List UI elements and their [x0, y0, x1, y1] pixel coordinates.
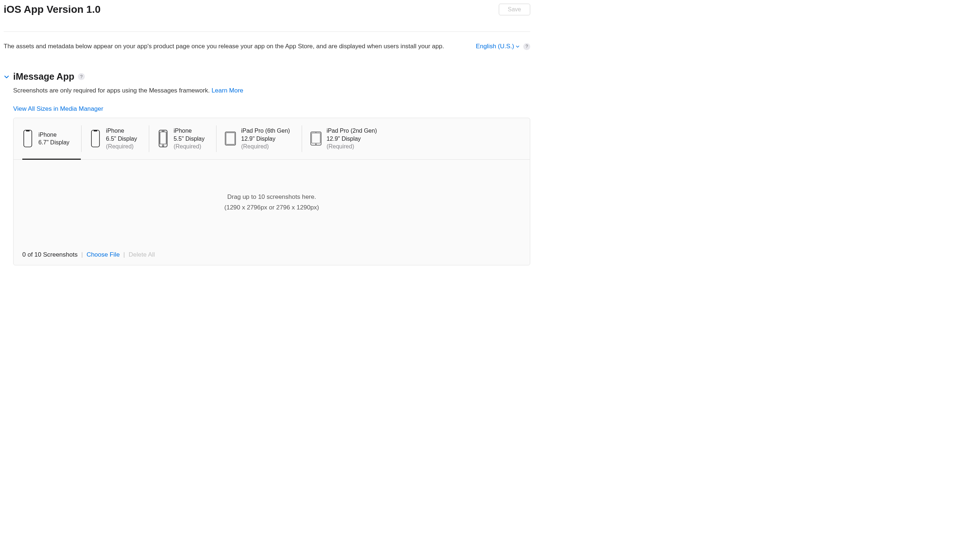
device-name: iPhone — [174, 127, 205, 135]
svg-point-7 — [162, 145, 164, 146]
device-display: 5.5" Display — [174, 135, 205, 143]
svg-rect-5 — [160, 132, 166, 144]
tab-divider — [302, 125, 302, 152]
device-name: iPhone — [38, 131, 70, 139]
save-button[interactable]: Save — [499, 4, 530, 15]
device-required: (Required) — [326, 143, 377, 151]
help-icon[interactable]: ? — [523, 43, 530, 50]
device-required: (Required) — [241, 143, 290, 151]
section-subtitle: Screenshots are only required for apps u… — [13, 87, 530, 94]
device-name: iPad Pro (2nd Gen) — [326, 127, 377, 135]
language-label: English (U.S.) — [476, 43, 514, 50]
separator: | — [81, 251, 83, 259]
info-text: The assets and metadata below appear on … — [4, 43, 444, 50]
dropzone-line-1: Drag up to 10 screenshots here. — [21, 192, 523, 203]
phone-notch-icon — [90, 130, 101, 147]
tab-divider — [216, 125, 216, 152]
section-title: iMessage App — [13, 71, 74, 82]
device-required: (Required) — [106, 143, 137, 151]
svg-rect-4 — [159, 130, 167, 147]
active-tab-indicator — [22, 159, 81, 160]
svg-rect-11 — [312, 133, 320, 143]
svg-point-12 — [315, 144, 316, 145]
phone-notch-icon — [22, 130, 33, 147]
expand-chevron-icon[interactable] — [4, 74, 10, 80]
svg-rect-1 — [26, 130, 30, 132]
device-display: 12.9" Display — [326, 135, 377, 143]
tab-divider — [149, 125, 149, 152]
screenshots-panel: iPhone 6.7" Display iPho — [13, 118, 530, 265]
dropzone-line-2: (1290 x 2796px or 2796 x 1290px) — [21, 203, 523, 213]
device-tab-iphone-5-5[interactable]: iPhone 5.5" Display (Required) — [158, 124, 216, 159]
page-title: iOS App Version 1.0 — [4, 4, 100, 15]
ipad-icon — [225, 130, 236, 147]
svg-point-13 — [316, 132, 316, 133]
tab-underline — [14, 159, 530, 160]
device-tab-iphone-6-7[interactable]: iPhone 6.7" Display — [22, 124, 81, 159]
svg-rect-8 — [225, 132, 235, 145]
phone-homebutton-icon — [158, 130, 169, 147]
svg-rect-9 — [226, 133, 235, 145]
device-tabs: iPhone 6.7" Display iPho — [14, 118, 530, 159]
device-required: (Required) — [174, 143, 205, 151]
screenshot-dropzone[interactable]: Drag up to 10 screenshots here. (1290 x … — [14, 160, 530, 247]
language-select[interactable]: English (U.S.) — [476, 43, 520, 50]
choose-file-button[interactable]: Choose File — [87, 251, 120, 259]
device-name: iPad Pro (6th Gen) — [241, 127, 290, 135]
chevron-down-icon — [515, 44, 520, 49]
device-tab-iphone-6-5[interactable]: iPhone 6.5" Display (Required) — [90, 124, 149, 159]
svg-rect-0 — [24, 130, 32, 147]
view-all-sizes-link[interactable]: View All Sizes in Media Manager — [13, 105, 103, 113]
tab-divider — [81, 125, 81, 152]
screenshot-count: 0 of 10 Screenshots — [22, 251, 78, 259]
device-display: 12.9" Display — [241, 135, 290, 143]
device-display: 6.5" Display — [106, 135, 137, 143]
learn-more-link[interactable]: Learn More — [212, 87, 243, 94]
help-icon[interactable]: ? — [78, 73, 85, 80]
delete-all-button: Delete All — [129, 251, 155, 259]
device-tab-ipad-2gen[interactable]: iPad Pro (2nd Gen) 12.9" Display (Requir… — [310, 124, 389, 159]
device-tab-ipad-6gen[interactable]: iPad Pro (6th Gen) 12.9" Display (Requir… — [225, 124, 301, 159]
ipad-homebutton-icon — [310, 130, 321, 147]
device-display: 6.7" Display — [38, 138, 70, 147]
separator: | — [123, 251, 125, 259]
device-name: iPhone — [106, 127, 137, 135]
svg-rect-6 — [162, 131, 165, 131]
svg-rect-3 — [94, 130, 97, 132]
svg-rect-2 — [91, 130, 99, 147]
